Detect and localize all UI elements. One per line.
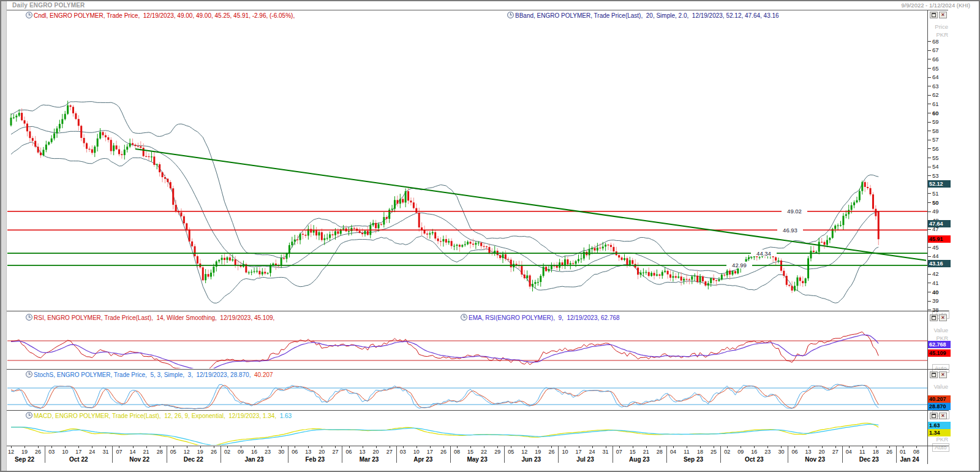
- date-tick-label: 23: [262, 449, 273, 455]
- date-tick-label: 19: [532, 449, 543, 455]
- month-label: Mar 23: [351, 456, 388, 463]
- date-tick-label: 10: [59, 449, 70, 455]
- month-separator: [221, 446, 221, 463]
- stoch-axis-badge: 28.870: [928, 403, 951, 410]
- price-tick-label: 66: [932, 56, 939, 63]
- week-tick-mark: [349, 446, 350, 448]
- month-separator: [504, 446, 505, 463]
- date-tick-label: 20: [316, 449, 327, 455]
- date-tick-label: 25: [708, 449, 719, 455]
- chart-plot-area[interactable]: 49.0246.9344.3442.99: [1, 1, 980, 472]
- week-tick-mark: [335, 446, 336, 448]
- date-tick-label: 13: [357, 449, 368, 455]
- price-tick-mark: [928, 193, 931, 194]
- date-tick-label: 29: [492, 449, 503, 455]
- week-tick-mark: [227, 446, 228, 448]
- price-tick-label: 50: [932, 200, 939, 206]
- week-tick-mark: [835, 446, 836, 448]
- price-tick-mark: [928, 131, 931, 131]
- date-tick-label: 21: [641, 449, 652, 455]
- week-tick-mark: [268, 446, 268, 448]
- date-tick-label: 15: [627, 449, 638, 455]
- month-label: Jan 24: [891, 456, 928, 463]
- date-tick-label: 14: [127, 449, 138, 455]
- week-tick-mark: [119, 446, 119, 448]
- month-separator: [842, 446, 843, 463]
- week-tick-mark: [173, 446, 174, 448]
- week-tick-mark: [660, 446, 660, 448]
- price-tick-label: 54: [932, 164, 939, 170]
- price-axis-badge: 52.12: [928, 180, 951, 188]
- week-tick-mark: [200, 446, 201, 448]
- svg-text:46.93: 46.93: [783, 227, 797, 234]
- price-tick-mark: [928, 113, 931, 113]
- stoch-axis-badge: 40.207: [928, 395, 951, 403]
- week-tick-mark: [322, 446, 322, 448]
- svg-text:49.02: 49.02: [787, 208, 802, 215]
- svg-text:42.99: 42.99: [732, 262, 747, 268]
- week-tick-mark: [430, 446, 431, 448]
- chart-window: Daily ENGRO POLYMER 9/9/2022 - 1/12/2024…: [0, 0, 980, 472]
- week-tick-mark: [160, 446, 160, 448]
- week-tick-mark: [862, 446, 863, 448]
- price-tick-label: 42: [932, 271, 939, 277]
- date-tick-label: 24: [86, 449, 97, 455]
- price-tick-label: 64: [932, 74, 939, 80]
- week-tick-mark: [65, 446, 66, 448]
- week-tick-mark: [417, 446, 417, 448]
- date-tick-label: 07: [113, 449, 124, 455]
- price-tick-label: 53: [932, 173, 939, 179]
- svg-text:44.34: 44.34: [756, 250, 771, 257]
- week-tick-mark: [78, 446, 79, 448]
- date-tick-label: 11: [857, 449, 868, 455]
- date-tick-label: 08: [911, 449, 922, 455]
- week-tick-mark: [849, 446, 850, 448]
- date-tick-label: 17: [573, 449, 584, 455]
- date-tick-label: 30: [775, 449, 786, 455]
- date-tick-label: 09: [735, 449, 746, 455]
- date-tick-label: 03: [398, 449, 409, 455]
- month-label: Sep 22: [6, 456, 43, 463]
- date-tick-label: 31: [600, 449, 611, 455]
- date-tick-label: 06: [344, 449, 355, 455]
- week-tick-mark: [281, 446, 282, 448]
- price-tick-mark: [928, 68, 931, 69]
- price-tick-label: 41: [932, 280, 939, 286]
- month-label: Sep 23: [675, 456, 712, 463]
- week-tick-mark: [876, 446, 876, 448]
- month-separator: [396, 446, 397, 463]
- price-tick-mark: [928, 158, 931, 158]
- week-tick-mark: [673, 446, 674, 448]
- panel-divider[interactable]: [7, 369, 949, 370]
- price-tick-mark: [928, 41, 931, 42]
- date-tick-label: 10: [411, 449, 422, 455]
- panel-divider[interactable]: [7, 311, 949, 311]
- month-label: Oct 23: [736, 456, 772, 463]
- week-tick-mark: [295, 446, 295, 448]
- week-tick-mark: [551, 446, 552, 448]
- price-tick-mark: [928, 95, 931, 96]
- week-tick-mark: [497, 446, 498, 448]
- week-tick-mark: [646, 446, 647, 448]
- price-tick-label: 49: [932, 208, 939, 215]
- rsi-axis-badge: 45.109: [928, 349, 951, 357]
- week-tick-mark: [484, 446, 484, 448]
- week-tick-mark: [92, 446, 92, 448]
- week-tick-mark: [822, 446, 823, 448]
- panel-divider[interactable]: [7, 410, 949, 411]
- price-axis-badge: 47.64: [928, 220, 951, 227]
- price-tick-label: 65: [932, 66, 939, 72]
- price-tick-label: 62: [932, 92, 939, 98]
- week-tick-mark: [524, 446, 525, 448]
- price-tick-label: 56: [932, 146, 939, 152]
- date-tick-label: 04: [843, 449, 854, 455]
- date-tick-label: 20: [371, 449, 382, 455]
- price-tick-mark: [928, 310, 931, 310]
- date-tick-label: 02: [222, 449, 233, 455]
- price-tick-label: 38: [932, 307, 939, 313]
- date-tick-label: 27: [384, 449, 395, 455]
- panel-divider: [7, 446, 949, 446]
- month-label: Jun 23: [513, 456, 549, 463]
- week-tick-mark: [633, 446, 633, 448]
- price-tick-mark: [928, 59, 931, 59]
